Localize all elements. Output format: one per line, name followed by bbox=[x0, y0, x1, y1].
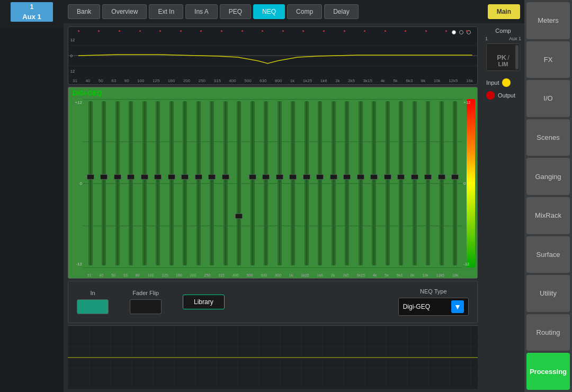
slider-vline bbox=[279, 101, 280, 265]
geq-band-80[interactable] bbox=[138, 101, 151, 265]
geq-handle-50[interactable] bbox=[114, 174, 121, 180]
geq-slider-track-1k6 bbox=[318, 101, 322, 265]
slider-vline bbox=[266, 101, 266, 265]
eq-graph[interactable]: 12 0 12 3140506380 100125160200250 31540… bbox=[68, 26, 478, 85]
geq-handle-40[interactable] bbox=[100, 174, 108, 180]
geq-handle-1k[interactable] bbox=[289, 174, 297, 180]
comp-pk-label: PK bbox=[497, 54, 506, 61]
neq-type-select[interactable]: Digi-GEQ ▼ bbox=[398, 298, 469, 316]
input-indicator: Input bbox=[484, 77, 522, 88]
geq-sliders[interactable] bbox=[83, 99, 462, 268]
geq-band-800[interactable] bbox=[273, 101, 286, 265]
far-right-ganging[interactable]: Ganging bbox=[526, 158, 570, 195]
geq-band-160[interactable] bbox=[179, 101, 192, 265]
channel-badge[interactable]: 1 Aux 1 bbox=[11, 2, 53, 23]
geq-handle-1k6[interactable] bbox=[316, 174, 324, 180]
geq-band-1k6[interactable] bbox=[314, 101, 327, 265]
geq-band-4k[interactable] bbox=[368, 101, 381, 265]
geq-band-6k3[interactable] bbox=[395, 101, 408, 265]
geq-handle-400[interactable] bbox=[235, 213, 243, 219]
tab-neq[interactable]: NEQ bbox=[253, 4, 285, 19]
geq-handle-3k15[interactable] bbox=[357, 174, 364, 180]
geq-handle-160[interactable] bbox=[181, 174, 189, 180]
far-right-utility[interactable]: Utility bbox=[526, 275, 570, 312]
far-right-scenes[interactable]: Scenes bbox=[526, 119, 570, 156]
geq-handle-2k5[interactable] bbox=[343, 174, 351, 180]
geq-handle-630[interactable] bbox=[262, 174, 270, 180]
geq-handle-200[interactable] bbox=[195, 174, 202, 180]
slider-vline bbox=[347, 101, 347, 265]
geq-slider-track-2k5 bbox=[345, 101, 349, 265]
geq-handle-8k[interactable] bbox=[411, 174, 418, 180]
grid-line-bot bbox=[83, 268, 462, 268]
geq-handle-100[interactable] bbox=[154, 174, 162, 180]
geq-handle-31[interactable] bbox=[87, 174, 94, 180]
geq-band-100[interactable] bbox=[152, 101, 165, 265]
main-button[interactable]: Main bbox=[488, 4, 520, 19]
tab-bank[interactable]: Bank bbox=[68, 4, 100, 19]
geq-band-5k[interactable] bbox=[381, 101, 394, 265]
geq-band-500[interactable] bbox=[246, 101, 259, 265]
input-dot[interactable] bbox=[502, 78, 511, 87]
tab-delay[interactable]: Delay bbox=[324, 4, 359, 19]
far-right-surface[interactable]: Surface bbox=[526, 236, 570, 273]
geq-band-200[interactable] bbox=[192, 101, 205, 265]
tab-ins-a[interactable]: Ins A bbox=[185, 4, 218, 19]
geq-handle-125[interactable] bbox=[168, 174, 175, 180]
geq-handle-63[interactable] bbox=[127, 174, 135, 180]
slider-vline bbox=[239, 101, 239, 265]
neq-dropdown-arrow-icon[interactable]: ▼ bbox=[451, 300, 464, 313]
geq-handle-12k5[interactable] bbox=[438, 174, 445, 180]
geq-band-250[interactable] bbox=[206, 101, 219, 265]
tab-overview[interactable]: Overview bbox=[102, 4, 147, 19]
geq-handle-315[interactable] bbox=[222, 174, 229, 180]
geq-handle-6k3[interactable] bbox=[397, 174, 405, 180]
geq-band-16k[interactable] bbox=[449, 101, 462, 265]
in-toggle[interactable] bbox=[77, 299, 109, 314]
far-right-meters[interactable]: Meters bbox=[526, 2, 570, 39]
fader-flip-toggle[interactable] bbox=[130, 299, 162, 314]
geq-band-50[interactable] bbox=[111, 101, 124, 265]
geq-slider-track-40 bbox=[102, 101, 106, 265]
library-button[interactable]: Library bbox=[183, 295, 225, 309]
geq-handle-5k[interactable] bbox=[384, 174, 391, 180]
geq-handle-2k[interactable] bbox=[330, 174, 337, 180]
geq-band-8k[interactable] bbox=[408, 101, 421, 265]
tab-ext-in[interactable]: Ext In bbox=[149, 4, 183, 19]
geq-band-12k5[interactable] bbox=[435, 101, 448, 265]
geq-band-125[interactable] bbox=[165, 101, 178, 265]
tab-comp[interactable]: Comp bbox=[287, 4, 322, 19]
geq-band-1k25[interactable] bbox=[300, 101, 313, 265]
far-right-mixrack[interactable]: MixRack bbox=[526, 197, 570, 234]
geq-band-63[interactable] bbox=[125, 101, 138, 265]
geq-handle-16k[interactable] bbox=[451, 174, 459, 180]
far-right-processing[interactable]: Processing bbox=[526, 353, 570, 390]
geq-handle-10k[interactable] bbox=[424, 174, 432, 180]
far-right-io[interactable]: I/O bbox=[526, 80, 570, 117]
far-right-routing[interactable]: Routing bbox=[526, 314, 570, 351]
slider-vline bbox=[320, 101, 320, 265]
comp-widget[interactable]: PK / LIM bbox=[486, 43, 520, 71]
geq-band-10k[interactable] bbox=[422, 101, 435, 265]
geq-band-1k[interactable] bbox=[287, 101, 300, 265]
geq-band-315[interactable] bbox=[219, 101, 232, 265]
geq-band-400[interactable] bbox=[233, 101, 246, 265]
geq-band-630[interactable] bbox=[260, 101, 273, 265]
slider-vline bbox=[198, 101, 199, 265]
svg-rect-7 bbox=[68, 326, 478, 389]
geq-band-40[interactable] bbox=[98, 101, 111, 265]
slider-vline bbox=[374, 101, 374, 265]
geq-handle-500[interactable] bbox=[249, 174, 256, 180]
geq-band-31[interactable] bbox=[84, 101, 97, 265]
output-dot[interactable] bbox=[486, 91, 495, 100]
geq-handle-800[interactable] bbox=[276, 174, 283, 180]
far-right-fx[interactable]: FX bbox=[526, 41, 570, 78]
geq-band-2k[interactable] bbox=[327, 101, 340, 265]
geq-handle-4k[interactable] bbox=[370, 174, 378, 180]
tab-peq[interactable]: PEQ bbox=[220, 4, 251, 19]
geq-band-3k15[interactable] bbox=[354, 101, 367, 265]
geq-handle-1k25[interactable] bbox=[303, 174, 310, 180]
geq-handle-80[interactable] bbox=[141, 174, 148, 180]
geq-band-2k5[interactable] bbox=[341, 101, 354, 265]
geq-handle-250[interactable] bbox=[208, 174, 216, 180]
